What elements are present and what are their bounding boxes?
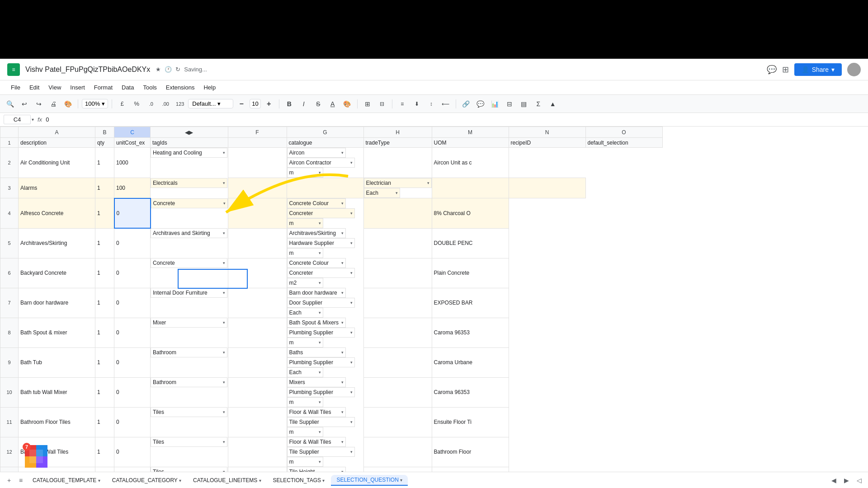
filter-button[interactable]: ⊟ [503,98,516,110]
header-cell[interactable]: tradeType [363,138,432,148]
header-cell[interactable]: qty [95,138,114,148]
data-cell[interactable]: Concreter▾ [287,208,355,218]
data-cell[interactable]: 0 [114,347,151,377]
data-cell[interactable]: 1 [95,377,114,407]
merge-button[interactable]: ⊟ [376,98,388,110]
header-cell[interactable]: description [19,138,95,148]
data-cell[interactable]: Plumbing Supplier▾ [287,328,355,338]
data-cell[interactable]: Architraves and Skirting▾ [151,228,227,238]
tab-catalogue-category[interactable]: CATALOGUE_CATEGORY ▾ [107,475,187,485]
data-cell[interactable]: Architraves/Skirting▾ [287,228,346,238]
data-cell[interactable] [363,258,432,288]
data-cell[interactable]: Concrete Colour▾ [287,198,346,208]
col-header-H[interactable]: H [363,127,432,138]
grid-container[interactable]: A B C ◀▶ F G H M N O 1descriptionqtyunit… [0,127,868,472]
data-cell[interactable]: Aircon Contractor▾ [287,158,355,168]
col-header-A[interactable]: A [19,127,95,138]
strikethrough-button[interactable]: S [312,98,325,110]
data-cell[interactable]: Each▾ [287,308,323,318]
data-cell[interactable]: 1 [95,228,114,258]
data-cell[interactable]: Bathroom Floor [432,437,509,467]
data-cell[interactable] [363,228,432,258]
header-cell[interactable]: tagIds [151,138,228,148]
data-cell[interactable]: Caroma Urbane [432,347,509,377]
data-cell[interactable]: Door Supplier▾ [287,298,355,308]
data-cell[interactable]: Bathroom▾ [151,377,227,387]
data-cell[interactable]: 1 [95,148,114,178]
history-icon[interactable]: 🕐 [165,66,172,73]
data-cell[interactable] [363,198,432,229]
data-cell[interactable]: Alarms [19,178,95,198]
percent-button[interactable]: % [130,98,143,110]
data-cell[interactable]: Alfresco Concrete [19,198,95,229]
menu-file[interactable]: File [7,82,24,93]
data-cell[interactable]: Air Conditioning Unit [19,148,95,178]
bold-button[interactable]: B [283,98,296,110]
data-cell[interactable] [363,288,432,318]
tab-selection-tags[interactable]: SELECTION_TAGS ▾ [268,475,330,485]
sum-button[interactable]: Σ [532,98,545,110]
data-cell[interactable]: 0 [114,198,151,229]
data-cell[interactable]: Backyard Concrete [19,258,95,288]
data-cell[interactable]: DOUBLE PENC [432,228,509,258]
data-cell[interactable]: m▾ [287,248,323,258]
data-cell[interactable]: 1 [95,347,114,377]
data-cell[interactable]: Tile Height▾ [287,467,346,472]
data-cell[interactable]: 1 [95,407,114,437]
menu-insert[interactable]: Insert [66,82,89,93]
italic-button[interactable]: I [297,98,310,110]
data-cell[interactable] [363,377,432,407]
text-rotate-button[interactable]: ↕ [425,98,438,110]
font-size-decrease[interactable]: − [235,98,248,110]
data-cell[interactable]: Barn door hardware▾ [287,288,346,298]
paint-format-button[interactable]: 🎨 [61,98,74,110]
data-cell[interactable] [363,407,432,437]
data-cell[interactable]: Plumbing Supplier▾ [287,387,355,397]
data-cell[interactable]: Caroma 96353 [432,377,509,407]
menu-help[interactable]: Help [200,82,219,93]
data-cell[interactable]: Caroma 96353 [432,318,509,347]
redo-button[interactable]: ↪ [33,98,45,110]
data-cell[interactable]: 0 [114,407,151,437]
menu-edit[interactable]: Edit [26,82,43,93]
data-cell[interactable]: m▾ [287,457,323,467]
data-cell[interactable]: Concrete▾ [151,198,228,208]
data-cell[interactable]: Floor & Wall Tiles▾ [287,437,346,447]
data-cell[interactable]: 0 [114,228,151,258]
data-cell[interactable]: Ensuite Floor Ti [432,407,509,437]
tab-selection-question[interactable]: SELECTION_QUESTION ▾ [331,475,408,486]
header-cell[interactable]: UOM [432,138,509,148]
col-header-C[interactable]: C [114,127,151,138]
data-cell[interactable]: Baths▾ [287,347,346,357]
data-cell[interactable] [363,437,432,467]
data-cell[interactable]: Architraves/Skirting [19,228,95,258]
col-header-G[interactable]: G [287,127,363,138]
data-cell[interactable] [432,178,509,198]
data-cell[interactable]: 0 [114,258,151,288]
data-cell[interactable]: Hardware Supplier▾ [287,238,355,248]
data-cell[interactable]: Barn door hardware [19,288,95,318]
collapse-toolbar[interactable]: ▲ [547,98,559,110]
data-cell[interactable]: Concreter▾ [287,268,355,278]
decimal-more-button[interactable]: .0 [145,98,157,110]
font-size-box[interactable]: 10 [250,99,260,108]
filter-views-button[interactable]: ▤ [518,98,530,110]
data-cell[interactable]: Concrete Colour▾ [287,258,346,268]
formula-input[interactable]: 0 [46,116,864,123]
data-cell[interactable]: 1 [95,288,114,318]
data-cell[interactable] [363,467,432,472]
data-cell[interactable]: Bath tub Wall Mixer [19,377,95,407]
menu-format[interactable]: Format [90,82,116,93]
header-cell[interactable]: default_selection [585,138,662,148]
data-cell[interactable]: Bath Tub [19,347,95,377]
borders-button[interactable]: ⊞ [361,98,374,110]
data-cell[interactable]: Bathroom▾ [151,347,227,357]
data-cell[interactable]: Plain Concrete [432,258,509,288]
data-cell[interactable]: Heating and Cooling▾ [151,148,227,158]
data-cell[interactable]: Each▾ [287,367,323,377]
data-cell[interactable]: 0 [114,437,151,467]
insert-chart-button[interactable]: 📊 [489,98,501,110]
data-cell[interactable]: 1 [95,467,114,472]
zoom-selector[interactable]: 100% ▾ [82,99,108,108]
data-cell[interactable]: Tiles▾ [151,407,227,417]
